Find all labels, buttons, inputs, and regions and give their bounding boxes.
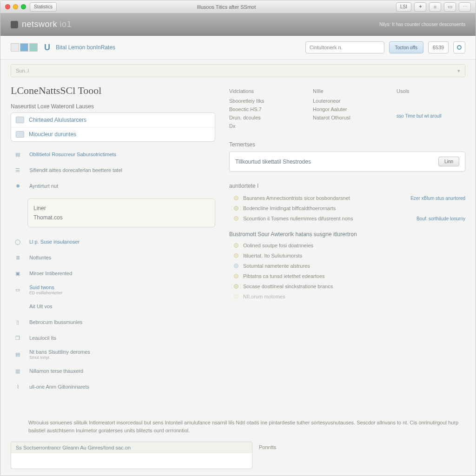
chevron-down-icon: ▾ [457,68,460,74]
nav-item-8[interactable]: ▯ Bebrocum lbussmunies [11,314,215,330]
nav-label: Ll p. Suse insulanoser [29,239,79,245]
bullet-icon [234,206,238,211]
meta-columns: Vidciations Sbooretleiy Itks Booectic HS… [229,88,465,130]
selection-card: Chirteaed Alulustarcers Mioucleur durunt… [11,112,215,142]
meta-link[interactable]: sso Time but wt aroull [397,113,462,119]
card-row-0[interactable]: Chirteaed Alulustarcers [11,113,215,127]
chip-1 [11,43,19,52]
bullet-text: Itiluertat. Ito Suliutumorsts [243,253,302,258]
chip-3 [29,43,38,52]
doc-icon: ▤ [13,150,23,159]
search-placeholder: Cintultonerk n. [310,45,343,50]
bullet-text: Socase dosttineal sinckstratione brancs [243,284,333,289]
nav-item-5[interactable]: ▣ Miroer Intiberented [11,265,215,281]
nav-sublabel: Smut Innyr. [29,355,90,360]
panel2-head: auntlortete I [229,183,465,189]
stack-icon: ☰ [13,165,23,175]
titlebar: Statistics Illusoos Titics after SSmot L… [0,0,476,13]
bars-icon: ≣ [13,253,23,262]
nav-item-2[interactable]: ✱ Ayntirturt nut [11,178,215,194]
nav-item-9[interactable]: ❐ Leaulocil Its [11,330,215,346]
folder-icon [16,117,24,123]
brand-chips [11,43,38,52]
bullet-text: Bauranes Amnectsontrists sicor bosbondar… [243,195,350,201]
window-icon: ▭ [13,285,23,295]
kv-item [397,97,462,105]
count-badge: 6539 [428,41,449,53]
nav-label: ull-one Anm Giltoninnarets [29,384,89,390]
card-label-0: Chirteaed Alulustarcers [29,117,86,123]
nav-list: ▤ Obllitietol Rosucreur Sabursotrictimet… [11,146,215,194]
app-title-b: io1 [60,20,72,29]
bullet-row: Oolined soutpe fosi doatnneies [234,240,465,251]
app-icon [11,21,18,28]
nav-label: Nt bans Slsuttliny deromes [29,349,90,355]
nav-list-2: ◯ Ll p. Suse insulanoser ≣ Nottuntes ▣ M… [11,234,215,395]
minimize-icon[interactable] [13,4,18,9]
nav-sublabel: ED estllahentetter [29,291,63,295]
card-row-1[interactable]: Mioucleur duruntes [11,127,215,141]
zoom-icon[interactable] [21,4,26,9]
footer-side-label: Ponntts [259,442,276,450]
titlebar-tool-3[interactable]: ▭ [444,2,456,12]
chart-icon: ▥ [13,366,23,376]
nav-label: Nillamon terse thauxerd [29,368,83,374]
nav-item-4[interactable]: ≣ Nottuntes [11,250,215,265]
nav-item-3[interactable]: ◯ Ll p. Suse insulanoser [11,234,215,250]
refresh-icon[interactable] [453,41,465,53]
nav-item-11[interactable]: ▥ Nillamon terse thauxerd [11,363,215,379]
search-input[interactable]: Cintultonerk n. [305,41,384,53]
nav-item-1[interactable]: ☰ Sifiendit aittes dorecaferlan beettere… [11,162,215,178]
filter-bar[interactable]: Sun..l ▾ [11,64,465,77]
bullet-icon [234,294,238,299]
circle-icon: ◯ [13,237,23,246]
action-button[interactable]: Tocton offs [389,41,423,53]
panel1-head: Ternertses [229,141,465,148]
bullet-icon [234,274,238,278]
titlebar-tool-2[interactable]: ≡ [429,2,441,12]
nav-item-10[interactable]: ▤ Nt bans Slsuttliny deromes Smut Innyr. [11,346,215,363]
nav-label: Ait Ult vos [29,304,53,309]
bullet-row: Sotumtal nametente alstrures [234,261,465,271]
titlebar-tool-4[interactable]: ⋯ [459,2,471,12]
kv-item: Louteroneor [313,97,378,105]
nav-label: Miroer Intiberented [29,271,72,276]
gear-icon: ✱ [13,181,23,191]
bullet-link[interactable]: Bouf. sorthilude lonurny [416,216,465,221]
nav-item-7[interactable]: Ait Ult vos [11,298,215,314]
filter-bar-label: Sun..l [16,68,29,73]
titlebar-tool-1[interactable]: ✦ [414,2,426,12]
chip-2 [20,43,28,52]
brand-letter: U [44,43,50,53]
bullet-icon [234,196,238,200]
card-label-1: Mioucleur duruntes [29,131,76,138]
bullet-text: Sotumtal nametente alstrures [243,263,310,269]
app-title-a: netswork [22,20,57,29]
footer-box-body[interactable] [11,453,252,469]
nav-item-0[interactable]: ▤ Obllitietol Rosucreur Sabursotrictimet… [11,146,215,162]
kv-item: Sbooretleiy Itks [229,97,294,105]
sub-section-title: Bustromott Sour Awterorlk hatans susgne … [229,231,465,238]
titlebar-btn-lsi[interactable]: LSI [396,2,411,12]
action-bar-button[interactable]: Linn [438,157,459,166]
bullet-row: Pibtatns ca tunsd ietethet edeartoes [234,271,465,281]
brand-text: Bital Lemon bonInRates [56,44,115,51]
bullet-icon [234,264,238,268]
back-button[interactable]: Statistics [30,2,57,12]
kv-item: Drun. dcoules [229,113,294,122]
bullet-icon [234,216,238,221]
bullet-icon [234,243,238,248]
nav-label: Ayntirturt nut [29,183,58,189]
close-icon[interactable] [5,4,10,9]
footer: Ss Soctserrontrancr Gleann Au Ginres/ton… [0,439,476,476]
disk-icon: ▣ [13,269,23,278]
nav-label: Suid twons [29,284,54,290]
nav-item-12[interactable]: ⌇ ull-one Anm Giltoninnarets [11,379,215,395]
kv-item: Hongor Aaluter [313,105,378,113]
bullet-text: NII.orum motomes [243,294,285,299]
nav-item-6[interactable]: ▭ Suid twons ED estllahentetter [11,281,215,298]
back-label: Statistics [34,4,53,9]
bullet-icon [234,284,238,289]
nav-label: Leaulocil Its [29,335,56,341]
bullet-link[interactable]: Ezer xBlum stus anurtored [410,196,465,201]
